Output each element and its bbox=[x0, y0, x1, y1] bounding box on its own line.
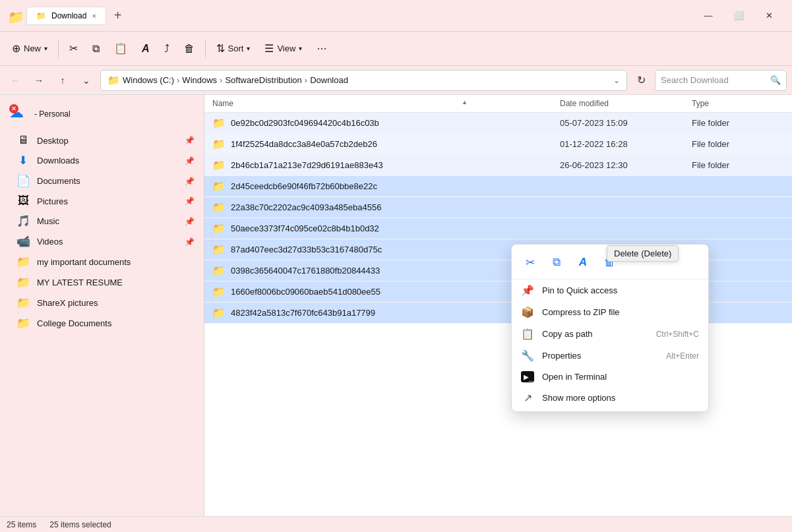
sidebar-item-desktop[interactable]: 🖥 Desktop 📌 bbox=[0, 131, 204, 150]
folder-icon: 📁 bbox=[212, 307, 226, 319]
sidebar-item-videos[interactable]: 📹 Videos 📌 bbox=[0, 231, 204, 252]
search-icon[interactable]: 🔍 bbox=[770, 75, 781, 85]
sidebar-label-downloads: Downloads bbox=[37, 156, 178, 165]
profile-error-icon: ✕ bbox=[9, 104, 18, 113]
file-type-cell: File folder bbox=[692, 139, 784, 149]
sidebar-item-college[interactable]: 📁 College Documents bbox=[0, 313, 204, 334]
copy-button[interactable]: ⧉ bbox=[86, 40, 106, 58]
sidebar-label-music: Music bbox=[37, 216, 178, 226]
ctx-cut-btn[interactable]: ✂ bbox=[518, 251, 542, 274]
folder-icon: 📁 bbox=[212, 243, 226, 256]
delete-button[interactable]: 🗑 bbox=[177, 40, 201, 58]
ctx-rename-btn[interactable]: A bbox=[571, 251, 595, 274]
cut-icon: ✂ bbox=[69, 42, 78, 55]
profile-name: - Personal bbox=[34, 109, 71, 119]
minimize-btn[interactable]: — bbox=[693, 5, 723, 26]
ctx-copypath-icon: 📋 bbox=[521, 328, 534, 340]
ctx-terminal-item[interactable]: ▶_ Open in Terminal bbox=[512, 367, 708, 387]
ctx-properties-label: Properties bbox=[542, 351, 658, 361]
selected-count: 25 items selected bbox=[49, 520, 111, 529]
music-icon: 🎵 bbox=[16, 214, 30, 228]
col-date-header[interactable]: Date modified bbox=[560, 99, 692, 108]
folder-icon: 📁 bbox=[212, 138, 226, 150]
sidebar-item-documents[interactable]: 📄 Documents 📌 bbox=[0, 171, 204, 191]
table-row[interactable]: 📁 2b46cb1a71a213e7d29d6191ae883e43 26-06… bbox=[204, 155, 792, 176]
active-tab[interactable]: 📁 Download × bbox=[26, 7, 106, 25]
sidebar-item-downloads[interactable]: ⬇ Downloads 📌 bbox=[0, 150, 204, 171]
documents-icon: 📄 bbox=[16, 174, 30, 188]
view-icon: ☰ bbox=[264, 42, 274, 55]
file-type-cell: File folder bbox=[692, 160, 784, 170]
new-button[interactable]: ⊕ New ▾ bbox=[5, 39, 54, 58]
window-controls: — ⬜ ✕ bbox=[693, 5, 784, 26]
back-btn[interactable]: ← bbox=[5, 71, 25, 90]
ctx-properties-item[interactable]: 🔧 Properties Alt+Enter bbox=[512, 345, 708, 367]
sidebar-item-my-important-docs[interactable]: 📁 my important documents bbox=[0, 252, 204, 272]
sidebar-label-videos: Videos bbox=[37, 237, 178, 247]
videos-icon: 📹 bbox=[16, 235, 30, 249]
sort-button[interactable]: ⇅ Sort ▾ bbox=[210, 39, 257, 58]
restore-btn[interactable]: ⬜ bbox=[723, 5, 754, 26]
sidebar-item-pictures[interactable]: 🖼 Pictures 📌 bbox=[0, 191, 204, 211]
tab-close-btn[interactable]: × bbox=[92, 12, 96, 20]
ctx-more-item[interactable]: ↗ Show more options bbox=[512, 387, 708, 409]
folder-icon: 📁 bbox=[8, 9, 21, 22]
col-name-header[interactable]: Name bbox=[212, 99, 560, 108]
file-date-cell: 26-06-2023 12:30 bbox=[560, 160, 692, 170]
ctx-pin-label: Pin to Quick access bbox=[542, 285, 699, 295]
ctx-compress-item[interactable]: 📦 Compress to ZIP file bbox=[512, 301, 708, 323]
ctx-copy-btn[interactable]: ⧉ bbox=[545, 251, 568, 274]
folder-icon: 📁 bbox=[212, 201, 226, 214]
sidebar-item-resume[interactable]: 📁 MY LATEST RESUME bbox=[0, 272, 204, 293]
addressbar-row: ← → ↑ ⌄ 📁 Windows (C:) › Windows › Softw… bbox=[0, 66, 792, 95]
ctx-copypath-item[interactable]: 📋 Copy as path Ctrl+Shift+C bbox=[512, 323, 708, 345]
table-row[interactable]: 📁 2d45ceedcb6e90f46fb72b60bbe8e22c bbox=[204, 176, 792, 197]
table-row[interactable]: 📁 22a38c70c2202ac9c4093a485eba4556 bbox=[204, 197, 792, 218]
rename-button[interactable]: A bbox=[135, 40, 156, 58]
view-label: View bbox=[277, 44, 295, 53]
sidebar-item-music[interactable]: 🎵 Music 📌 bbox=[0, 211, 204, 231]
address-bar[interactable]: 📁 Windows (C:) › Windows › SoftwareDistr… bbox=[100, 70, 627, 91]
breadcrumb-part-3: SoftwareDistribution bbox=[225, 75, 301, 85]
close-btn[interactable]: ✕ bbox=[754, 5, 784, 26]
titlebar: 📁 📁 Download × + — ⬜ ✕ bbox=[0, 0, 792, 32]
item-count: 25 items bbox=[7, 520, 36, 529]
table-row[interactable]: 📁 0e92bc0d2903fc049694420c4b16c03b 05-07… bbox=[204, 113, 792, 134]
addressbar-chevron[interactable]: ⌄ bbox=[613, 76, 620, 85]
file-name-text: 22a38c70c2202ac9c4093a485eba4556 bbox=[231, 202, 381, 212]
pin-icon-downloads: 📌 bbox=[185, 156, 195, 165]
sidebar-item-sharex[interactable]: 📁 ShareX pictures bbox=[0, 293, 204, 313]
breadcrumb: Windows (C:) › Windows › SoftwareDistrib… bbox=[123, 75, 348, 85]
up-btn[interactable]: ↑ bbox=[53, 71, 73, 90]
pictures-icon: 🖼 bbox=[16, 194, 30, 208]
ctx-pin-item[interactable]: 📌 Pin to Quick access bbox=[512, 280, 708, 301]
ctx-compress-label: Compress to ZIP file bbox=[542, 307, 699, 317]
delete-icon: 🗑 bbox=[184, 43, 195, 55]
view-button[interactable]: ☰ View ▾ bbox=[258, 39, 309, 58]
new-tab-btn[interactable]: + bbox=[109, 7, 127, 24]
cut-button[interactable]: ✂ bbox=[63, 39, 84, 58]
paste-button[interactable]: 📋 bbox=[107, 39, 134, 58]
ctx-more-icon: ↗ bbox=[521, 392, 534, 404]
file-name-cell: 📁 1660ef8006bc09060baeb541d080ee55 bbox=[212, 285, 560, 298]
ctx-terminal-label: Open in Terminal bbox=[542, 372, 699, 382]
sidebar-label-my-important-docs: my important documents bbox=[37, 257, 195, 267]
view-chevron: ▾ bbox=[299, 45, 302, 52]
file-name-cell: 📁 4823f42a5813c7f670fc643b91a17799 bbox=[212, 307, 560, 319]
sort-label: Sort bbox=[228, 44, 244, 53]
recent-locations-btn[interactable]: ⌄ bbox=[76, 71, 96, 90]
search-box[interactable]: Search Download 🔍 bbox=[655, 70, 787, 91]
file-type-cell: File folder bbox=[692, 118, 784, 128]
forward-btn[interactable]: → bbox=[29, 71, 49, 90]
file-date-cell: 05-07-2023 15:09 bbox=[560, 118, 692, 128]
col-type-header[interactable]: Type bbox=[692, 99, 784, 108]
share-button[interactable]: ⤴ bbox=[158, 40, 176, 58]
profile-icon-wrap: ☁ ✕ bbox=[9, 104, 29, 124]
table-row[interactable]: 📁 1f4f25254da8dcc3a84e0a57cb2deb26 01-12… bbox=[204, 134, 792, 155]
refresh-btn[interactable]: ↻ bbox=[631, 71, 651, 90]
table-row[interactable]: 📁 50aece3373f74c095ce02c8b4b1b0d32 bbox=[204, 218, 792, 239]
sidebar-label-pictures: Pictures bbox=[37, 196, 178, 206]
ctx-copypath-label: Copy as path bbox=[542, 329, 648, 339]
more-button[interactable]: ··· bbox=[310, 38, 333, 59]
file-name-cell: 📁 0e92bc0d2903fc049694420c4b16c03b bbox=[212, 117, 560, 129]
